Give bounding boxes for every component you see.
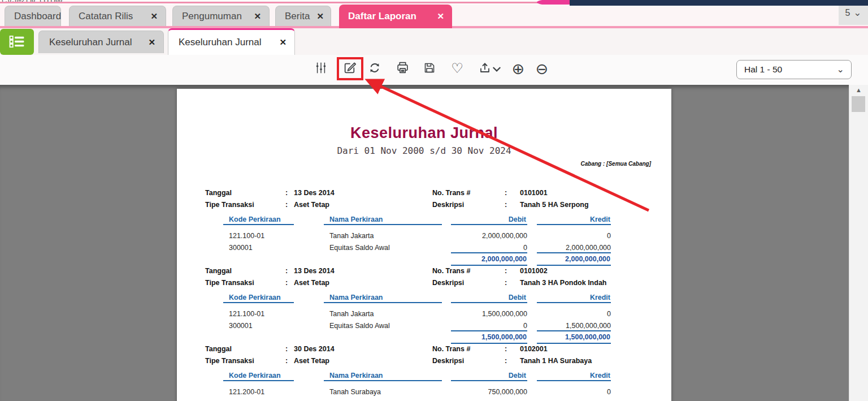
entry-type-value: Aset Tetap [294, 357, 329, 365]
report-branch-note: Cabang : [Semua Cabang] [581, 161, 651, 167]
zoom-out-button[interactable]: ⊖ [532, 58, 552, 79]
export-dropdown-chevron-icon[interactable] [493, 64, 502, 71]
tab-label: Keseluruhan Jurnal [49, 37, 132, 48]
save-button[interactable] [419, 58, 440, 79]
journal-entry: Tanggal : 13 Des 2014 No. Trans # : 0101… [177, 189, 671, 267]
account-name: Equitas Saldo Awal [329, 322, 390, 330]
column-header-kredit: Kredit [537, 215, 611, 225]
entry-description-value: Tanah 3 HA Pondok Indah [520, 279, 606, 287]
refresh-icon [368, 61, 381, 76]
page-range-select[interactable]: Hal 1 - 50 ⌄ [736, 60, 852, 79]
column-header-kode-perkiraan: Kode Perkiraan [223, 372, 294, 381]
entry-transno-value: 0101001 [520, 189, 548, 197]
tab-dashboard[interactable]: Dashboard [5, 6, 61, 26]
entry-table-header: Kode Perkiraan Nama Perkiraan Debit Kred… [177, 372, 671, 382]
tab-keseluruhan-jurnal-1[interactable]: Keseluruhan Jurnal ✕ [38, 31, 164, 53]
close-icon[interactable]: ✕ [254, 11, 261, 21]
entry-totals: 1,500,000,000 1,500,000,000 [177, 330, 671, 344]
tab-berita[interactable]: Berita ✕ [275, 6, 331, 26]
scroll-up-icon[interactable]: ▲ [849, 87, 868, 93]
tab-daftar-laporan[interactable]: Daftar Laporan ✕ [339, 5, 452, 28]
entry-description-label: Deskripsi [432, 279, 464, 287]
tab-label: Keseluruhan Jurnal [179, 37, 261, 48]
entry-date-label: Tanggal [205, 189, 232, 197]
print-icon [396, 61, 410, 76]
entry-date-label: Tanggal [205, 345, 232, 353]
favorite-button[interactable]: ♡ [447, 58, 467, 79]
journal-row: 121.100-01 Tanah Jakarta 1,500,000,000 0 [177, 310, 671, 322]
credit-value: 2,000,000,000 [537, 244, 611, 252]
tab-catatan-rilis[interactable]: Catatan Rilis ✕ [69, 6, 166, 26]
credit-value: 0 [537, 232, 611, 240]
entry-date-value: 13 Des 2014 [294, 267, 335, 275]
close-icon[interactable]: ✕ [279, 37, 287, 48]
navy-strip-decoration [570, 0, 868, 6]
entry-transno-label: No. Trans # [432, 189, 470, 197]
filter-sliders-icon [315, 61, 327, 77]
column-header-nama-perkiraan: Nama Perkiraan [324, 215, 442, 225]
entry-date-value: 13 Des 2014 [294, 189, 335, 197]
entry-transno-label: No. Trans # [432, 267, 470, 275]
column-header-nama-perkiraan: Nama Perkiraan [324, 294, 442, 303]
app-window: t.o.n=2150 1555500 Dashboard Catatan Ril… [0, 0, 868, 401]
account-code: 300001 [229, 322, 253, 330]
debit-value: 2,000,000,000 [451, 232, 527, 240]
refresh-button[interactable] [364, 58, 385, 79]
tab-label: Catatan Rilis [79, 11, 133, 22]
page-range-value: Hal 1 - 50 [744, 64, 782, 75]
account-code: 121.200-01 [229, 388, 264, 396]
entry-transno-value: 0102001 [520, 345, 548, 353]
report-list-button[interactable] [0, 29, 34, 55]
report-title: Keseluruhan Jurnal [177, 124, 671, 142]
journal-entries: Tanggal : 13 Des 2014 No. Trans # : 0101… [177, 189, 671, 401]
entry-type-label: Tipe Transaksi [205, 201, 254, 209]
entry-description-value: Tanah 1 HA Surabaya [520, 357, 592, 365]
total-debit-value: 1,500,000,000 [451, 330, 527, 344]
zoom-in-button[interactable]: ⊕ [508, 58, 528, 79]
report-date-range: Dari 01 Nov 2000 s/d 30 Nov 2024 [177, 145, 671, 156]
account-name: Tanah Surabaya [329, 388, 381, 396]
vertical-scrollbar[interactable]: ▲ [849, 85, 868, 401]
upload-icon [478, 61, 492, 76]
debit-value: 0 [451, 322, 527, 330]
tab-label: Dashboard [14, 11, 61, 22]
filter-sliders-button[interactable] [311, 58, 331, 79]
debit-value: 750,000,000 [451, 388, 527, 396]
close-icon[interactable]: ✕ [316, 11, 324, 21]
entry-description-label: Deskripsi [432, 201, 464, 209]
list-icon [7, 33, 27, 51]
journal-row: 121.100-01 Tanah Jakarta 2,000,000,000 0 [177, 232, 671, 244]
close-icon[interactable]: ✕ [148, 37, 155, 48]
debit-value: 1,500,000,000 [451, 310, 527, 318]
account-name: Equitas Saldo Awal [329, 244, 390, 252]
column-header-kode-perkiraan: Kode Perkiraan [223, 294, 294, 303]
entry-type-value: Aset Tetap [294, 279, 329, 287]
tab-pengumuman[interactable]: Pengumuman ✕ [172, 6, 270, 26]
entry-table-header: Kode Perkiraan Nama Perkiraan Debit Kred… [177, 294, 671, 304]
total-debit-value: 2,000,000,000 [451, 252, 527, 266]
entry-date-label: Tanggal [205, 267, 232, 275]
column-header-kredit: Kredit [537, 372, 611, 381]
credit-value: 0 [537, 388, 611, 396]
edit-button[interactable] [340, 58, 360, 79]
tab-label: Berita [285, 11, 310, 22]
zoom-in-icon: ⊕ [512, 61, 525, 76]
entry-table-header: Kode Perkiraan Nama Perkiraan Debit Kred… [177, 215, 671, 226]
close-icon[interactable]: ✕ [150, 11, 158, 21]
total-credit-value: 1,500,000,000 [537, 330, 611, 344]
tab-label: Daftar Laporan [348, 11, 416, 22]
credit-value: 1,500,000,000 [537, 322, 611, 330]
entry-totals: 2,000,000,000 2,000,000,000 [177, 252, 671, 266]
close-icon[interactable]: ✕ [437, 11, 444, 21]
tab-keseluruhan-jurnal-2[interactable]: Keseluruhan Jurnal ✕ [168, 28, 295, 55]
account-code: 300001 [229, 244, 253, 252]
document-viewer: Keseluruhan Jurnal Dari 01 Nov 2000 s/d … [0, 85, 868, 401]
journal-entry: Tanggal : 30 Des 2014 No. Trans # : 0102… [177, 345, 671, 401]
export-button[interactable] [475, 58, 495, 79]
account-name: Tanah Jakarta [329, 310, 374, 318]
print-button[interactable] [392, 58, 413, 79]
entry-type-label: Tipe Transaksi [205, 279, 254, 287]
chevron-down-icon: ⌄ [837, 67, 844, 72]
entry-description-value: Tanah 5 HA Serpong [520, 201, 589, 209]
scrollbar-thumb[interactable] [852, 96, 865, 112]
